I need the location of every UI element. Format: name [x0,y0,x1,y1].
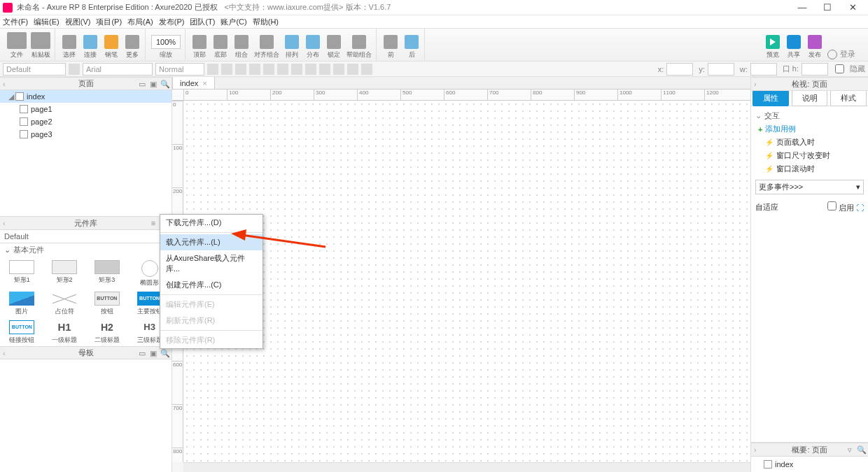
widgets-collapse-icon[interactable]: ‹ [3,219,6,227]
event-window-resize[interactable]: ⚡窗口尺寸改变时 [755,149,864,162]
page-node-page1[interactable]: page1 [0,103,172,115]
lock-button[interactable]: 锁定 [326,35,342,59]
font-weight-select[interactable]: Normal [155,63,204,76]
add-master-folder-icon[interactable]: ▣ [149,349,158,357]
outline-collapse-icon[interactable]: › [754,445,757,454]
login-button[interactable]: 登录 [827,49,861,59]
tab-index[interactable]: index × [172,77,215,89]
widget-placeholder[interactable]: 占位符 [44,290,85,317]
align-top-button[interactable]: 顶部 [191,35,208,59]
interactions-section[interactable]: ⌄交互 [755,109,864,122]
file-button[interactable]: 文件 [7,32,27,59]
minimize-button[interactable]: — [790,2,815,13]
ctx-create-library[interactable]: 创建元件库...(C) [160,277,262,293]
underline-icon[interactable] [249,64,260,75]
align-left-icon[interactable] [333,64,344,75]
arrange-button[interactable]: 排列 [284,35,300,59]
more-tools[interactable]: 更多 [124,35,141,59]
select-tool[interactable]: 选择 [61,35,78,59]
hidden-checkbox[interactable] [835,64,844,73]
font-size-icon[interactable] [207,64,218,75]
menu-account[interactable]: 账户(C) [220,17,246,27]
bold-icon[interactable] [221,64,232,75]
group-button[interactable]: 组合 [233,35,250,59]
close-tab-icon[interactable]: × [202,79,206,87]
h-input[interactable] [802,63,828,76]
widget-rect3[interactable]: 矩形3 [87,259,128,289]
font-select[interactable]: Arial [83,63,153,76]
menu-file[interactable]: 文件(F) [3,17,28,27]
pen-tool[interactable]: 钢笔 [103,35,120,59]
widget-link-button[interactable]: BUTTON链接按钮 [1,319,43,346]
distribute-button[interactable]: 分布 [304,35,321,59]
align-group-button[interactable]: 对齐组合 [254,35,279,59]
zoom-control[interactable]: 100% 缩放 [151,35,181,59]
more-events-select[interactable]: 更多事件>>>▾ [755,180,864,194]
align-center-icon[interactable] [347,64,358,75]
canvas[interactable] [183,101,750,462]
menu-project[interactable]: 项目(P) [96,17,122,27]
send-back-button[interactable]: 后 [403,35,420,59]
widget-image[interactable]: 图片 [1,290,43,317]
add-case-button[interactable]: +添加用例 [755,122,864,136]
event-page-load[interactable]: ⚡页面载入时 [755,136,864,149]
horizontal-scrollbar[interactable] [183,462,750,472]
event-window-scroll[interactable]: ⚡窗口滚动时 [755,162,864,176]
x-input[interactable] [666,63,693,76]
border-width-icon[interactable] [305,64,316,75]
y-input[interactable] [708,63,734,76]
add-folder-icon[interactable]: ▣ [149,80,158,88]
menu-team[interactable]: 团队(T) [190,17,215,27]
search-pages-icon[interactable]: 🔍 [160,80,169,88]
widget-button[interactable]: BUTTON按钮 [87,290,128,317]
ctx-download-library[interactable]: 下载元件库...(D) [160,215,262,231]
help-group-button[interactable]: 帮助组合 [346,35,372,59]
widget-rect1[interactable]: 矩形1 [1,259,43,289]
adaptive-settings-icon[interactable]: ⛶ [856,203,864,212]
widget-section-basic[interactable]: ⌄基本元件 [0,243,172,255]
share-button[interactable]: 共享 [785,35,802,59]
align-right-icon[interactable] [361,64,372,75]
menu-help[interactable]: 帮助(H) [253,17,279,27]
page-node-page2[interactable]: page2 [0,115,172,128]
w-input[interactable] [750,63,777,76]
outline-search-icon[interactable]: 🔍 [857,445,865,454]
tab-notes[interactable]: 说明 [792,90,828,106]
widget-rect2[interactable]: 矩形2 [44,259,85,289]
close-window-button[interactable]: ✕ [840,2,865,13]
bring-front-button[interactable]: 前 [382,35,399,59]
tab-properties[interactable]: 属性 [752,90,789,106]
border-color-icon[interactable] [291,64,302,75]
border-style-icon[interactable] [319,64,330,75]
align-bottom-button[interactable]: 底部 [212,35,229,59]
page-node-page3[interactable]: page3 [0,128,172,141]
zoom-value[interactable]: 100% [151,35,181,49]
fill-color-icon[interactable] [277,64,288,75]
ctx-load-from-axureshare[interactable]: 从AxureShare载入元件库... [160,250,262,277]
menu-view[interactable]: 视图(V) [65,17,91,27]
ctx-load-library[interactable]: 载入元件库...(L) [160,234,262,250]
search-masters-icon[interactable]: 🔍 [160,349,169,357]
masters-collapse-icon[interactable]: ‹ [3,349,6,357]
inspector-collapse-icon[interactable]: › [754,80,757,88]
add-page-icon[interactable]: ▭ [138,80,146,88]
connect-tool[interactable]: 连接 [82,35,99,59]
ruler-horizontal[interactable]: 0100200300400500600700800900100011001200 [172,90,750,101]
widget-h1[interactable]: H1一级标题 [44,319,85,346]
pages-collapse-icon[interactable]: ‹ [3,80,6,88]
tree-caret-icon[interactable]: ◢ [8,92,15,101]
text-color-icon[interactable] [263,64,274,75]
style-icon[interactable] [69,64,80,75]
preview-button[interactable]: 预览 [764,35,781,59]
widget-h2[interactable]: H2二级标题 [87,319,128,346]
italic-icon[interactable] [235,64,246,75]
outline-filter-icon[interactable]: ▿ [846,445,854,454]
add-master-icon[interactable]: ▭ [138,349,146,357]
maximize-button[interactable]: ☐ [815,2,840,13]
menu-publish[interactable]: 发布(P) [159,17,185,27]
outline-item-index[interactable]: index [755,458,864,471]
style-preset-select[interactable]: Default [3,63,66,76]
page-node-index[interactable]: ◢ index [0,90,172,103]
library-menu-icon[interactable]: ≡ [149,219,158,227]
menu-arrange[interactable]: 布局(A) [127,17,153,27]
